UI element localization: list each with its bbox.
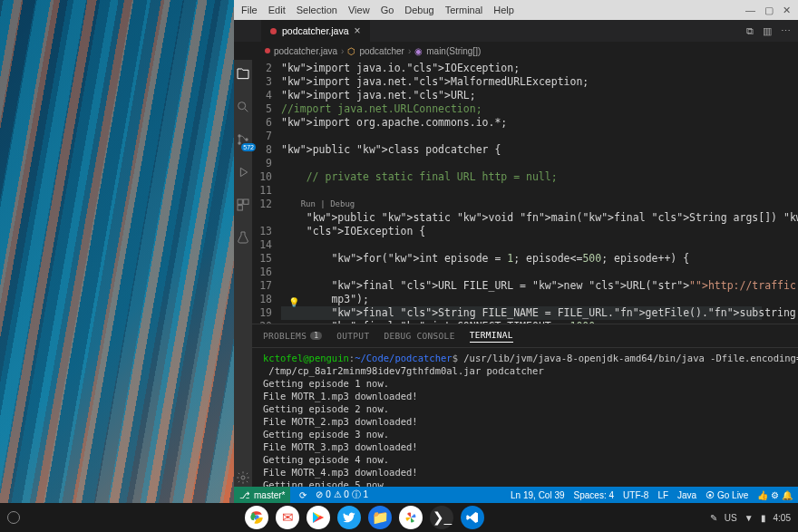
menu-view[interactable]: View — [348, 5, 370, 15]
breadcrumb-method[interactable]: main(String[]) — [426, 46, 481, 56]
tab-close-icon[interactable]: × — [355, 24, 361, 37]
stylus-icon[interactable]: ✎ — [710, 513, 717, 523]
app-terminal[interactable]: ❯_ — [430, 506, 453, 529]
app-vscode[interactable] — [461, 506, 484, 529]
tab-problems[interactable]: PROBLEMS1 — [263, 331, 322, 341]
status-bar: ⎇ master* ⟳ ⊘ 0 ⚠ 0 ⓘ 1 Ln 19, Col 39 Sp… — [234, 487, 798, 503]
cursor-position[interactable]: Ln 19, Col 39 — [511, 490, 565, 500]
java-file-icon — [270, 28, 277, 34]
java-file-icon — [265, 48, 270, 53]
network-icon[interactable]: ▼ — [744, 513, 754, 523]
lightbulb-icon[interactable]: 💡 — [288, 295, 299, 309]
breadcrumb-class[interactable]: podcatcher — [359, 46, 404, 56]
close-icon[interactable]: ✕ — [783, 5, 791, 16]
maximize-icon[interactable]: ▢ — [764, 5, 774, 16]
indentation[interactable]: Spaces: 4 — [574, 490, 614, 500]
svg-point-2 — [238, 141, 240, 144]
sync-icon[interactable]: ⟳ — [299, 490, 307, 500]
go-live[interactable]: ⦿ Go Live — [706, 490, 748, 500]
test-icon[interactable] — [234, 228, 252, 247]
tab-output[interactable]: OUTPUT — [336, 331, 369, 341]
app-chrome[interactable] — [245, 506, 268, 529]
svg-point-7 — [241, 476, 245, 479]
minimize-icon[interactable]: — — [745, 5, 755, 16]
tab-bar: podcatcher.java × ⧉ ▥ ⋯ — [234, 20, 798, 42]
svg-point-0 — [238, 102, 246, 110]
svg-point-1 — [238, 134, 240, 137]
method-icon: ◉ — [414, 46, 423, 56]
compare-icon[interactable]: ⧉ — [746, 25, 754, 37]
battery-icon[interactable]: ▮ — [761, 513, 766, 523]
activity-bar: 572 — [234, 60, 252, 487]
menubar: File Edit Selection View Go Debug Termin… — [241, 5, 514, 15]
problems-status[interactable]: ⊘ 0 ⚠ 0 ⓘ 1 — [316, 488, 368, 501]
svg-rect-6 — [238, 206, 242, 210]
tab-terminal[interactable]: TERMINAL — [470, 330, 513, 343]
svg-rect-5 — [244, 199, 248, 204]
extensions-icon[interactable] — [234, 196, 252, 214]
explorer-icon[interactable] — [234, 65, 252, 83]
eol[interactable]: LF — [657, 490, 668, 500]
split-icon[interactable]: ▥ — [763, 25, 772, 37]
vscode-window: File Edit Selection View Go Debug Termin… — [234, 0, 798, 503]
tab-podcatcher[interactable]: podcatcher.java × — [261, 20, 370, 42]
line-gutter: 23456789101112131415161718192021 — [252, 60, 281, 324]
launcher-icon[interactable] — [7, 511, 20, 524]
feedback-icons[interactable]: 👍 ⚙ 🔔 — [757, 490, 793, 500]
titlebar: File Edit Selection View Go Debug Termin… — [234, 0, 798, 20]
tab-title: podcatcher.java — [282, 25, 349, 36]
debug-icon[interactable] — [234, 163, 252, 181]
menu-edit[interactable]: Edit — [268, 5, 286, 15]
source-control-icon[interactable]: 572 — [234, 131, 252, 149]
menu-file[interactable]: File — [241, 5, 258, 15]
terminal-output[interactable]: kctofel@penguin:~/Code/podcatcher$ /usr/… — [252, 348, 798, 487]
app-play-store[interactable] — [307, 506, 330, 529]
more-icon[interactable]: ⋯ — [781, 25, 791, 37]
menu-debug[interactable]: Debug — [404, 5, 433, 15]
settings-icon[interactable] — [234, 469, 252, 487]
menu-terminal[interactable]: Terminal — [445, 5, 483, 15]
shelf: ✉ 📁 ❯_ ✎ US ▼ ▮ 4:05 — [0, 503, 798, 532]
problems-count: 1 — [310, 332, 322, 340]
menu-help[interactable]: Help — [493, 5, 514, 15]
app-files[interactable]: 📁 — [368, 506, 392, 529]
menu-go[interactable]: Go — [381, 5, 394, 15]
breadcrumb[interactable]: podcatcher.java › ⬡ podcatcher › ◉ main(… — [234, 42, 798, 60]
git-branch[interactable]: ⎇ master* — [234, 487, 290, 503]
tab-debug-console[interactable]: DEBUG CONSOLE — [384, 331, 454, 341]
clock[interactable]: 4:05 — [774, 513, 791, 523]
svg-rect-4 — [238, 199, 242, 204]
app-twitter[interactable] — [337, 506, 361, 529]
breadcrumb-file[interactable]: podcatcher.java — [274, 46, 337, 56]
class-icon: ⬡ — [347, 46, 355, 56]
encoding[interactable]: UTF-8 — [623, 490, 648, 500]
keyboard-layout[interactable]: US — [725, 513, 737, 523]
app-gmail[interactable]: ✉ — [276, 506, 299, 529]
bottom-panel: PROBLEMS1 OUTPUT DEBUG CONSOLE TERMINAL … — [252, 324, 798, 487]
menu-selection[interactable]: Selection — [297, 5, 337, 15]
language-mode[interactable]: Java — [677, 490, 696, 500]
search-icon[interactable] — [234, 98, 252, 116]
code-editor[interactable]: 23456789101112131415161718192021 "kw">im… — [252, 60, 798, 324]
svg-point-3 — [245, 138, 248, 140]
system-tray: ✎ US ▼ ▮ 4:05 — [710, 513, 791, 523]
app-photos[interactable] — [399, 506, 423, 529]
